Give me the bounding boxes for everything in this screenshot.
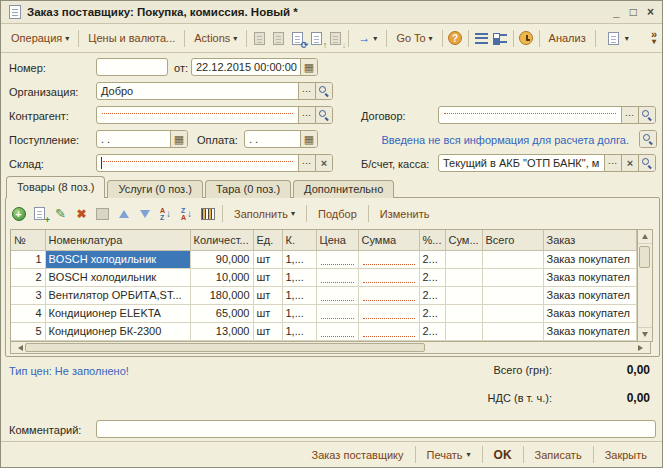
delete-row-icon[interactable]: ✖: [73, 205, 90, 222]
choose-button[interactable]: ...: [298, 83, 315, 99]
cell-sum[interactable]: [358, 268, 419, 286]
open-button[interactable]: [640, 131, 656, 147]
sort-descending-icon[interactable]: ZA ↓: [178, 205, 195, 222]
fill-button[interactable]: Заполнить ▾: [229, 205, 300, 223]
horizontal-scroll-thumb[interactable]: [25, 343, 425, 352]
cell-total[interactable]: [482, 268, 543, 286]
analysis-button[interactable]: Анализ: [544, 29, 591, 47]
cell-nomenclature[interactable]: Кондиционер БК-2300: [45, 322, 190, 340]
barcode-icon[interactable]: [199, 205, 216, 222]
bank-account-field[interactable]: Текущий в АКБ "ОТП БАНК", м ... ×: [438, 154, 656, 172]
cell-sum[interactable]: [358, 322, 419, 340]
cell-price[interactable]: [316, 250, 358, 268]
cell-quantity[interactable]: 65,000: [190, 304, 253, 322]
counterparty-field[interactable]: ...: [96, 106, 333, 124]
edit-row-icon[interactable]: ✎: [52, 205, 69, 222]
table-row[interactable]: 5Кондиционер БК-230013,000шт1,...2...Зак…: [11, 322, 636, 340]
column-header-order[interactable]: Заказ: [543, 230, 636, 250]
open-button[interactable]: [315, 107, 332, 123]
calendar-button[interactable]: ▦: [300, 131, 317, 147]
calendar-button[interactable]: ▦: [170, 131, 187, 147]
calendar-button[interactable]: ▦: [300, 59, 317, 75]
choose-button[interactable]: ...: [621, 107, 638, 123]
cell-coefficient[interactable]: 1,...: [282, 250, 316, 268]
order-to-supplier-button[interactable]: Заказ поставщику: [305, 446, 411, 464]
ok-button[interactable]: OK: [487, 445, 519, 465]
cell-quantity[interactable]: 13,000: [190, 322, 253, 340]
number-field[interactable]: [96, 58, 168, 76]
cell-sum-vat[interactable]: [445, 250, 482, 268]
cell-order[interactable]: Заказ покупател: [543, 304, 636, 322]
cell-sum[interactable]: [358, 250, 419, 268]
cell-sum-vat[interactable]: [445, 268, 482, 286]
cell-percent[interactable]: 2...: [419, 286, 445, 304]
close-window-button[interactable]: Закрыть: [598, 446, 654, 464]
cell-percent[interactable]: 2...: [419, 268, 445, 286]
cell-unit[interactable]: шт: [253, 250, 282, 268]
operation-button[interactable]: Операция ▾: [6, 29, 74, 47]
close-button[interactable]: ×: [647, 6, 654, 18]
cell-coefficient[interactable]: 1,...: [282, 304, 316, 322]
open-button[interactable]: [638, 155, 655, 171]
goto-button[interactable]: Go To ▾: [391, 29, 437, 47]
tab-goods[interactable]: Товары (8 поз.): [6, 176, 105, 198]
tab-containers[interactable]: Тара (0 поз.): [205, 180, 291, 198]
cell-coefficient[interactable]: 1,...: [282, 322, 316, 340]
date-field[interactable]: 22.12.2015 00:00:00 ▦: [191, 58, 318, 76]
cell-unit[interactable]: шт: [253, 322, 282, 340]
table-row[interactable]: 2BOSCH холодильник10,000шт1,...2...Заказ…: [11, 268, 636, 286]
choose-button[interactable]: ...: [298, 155, 315, 171]
cell-num[interactable]: 4: [11, 304, 45, 322]
cell-nomenclature[interactable]: BOSCH холодильник: [45, 250, 190, 268]
cell-price[interactable]: [316, 322, 358, 340]
warehouse-field[interactable]: ... ×: [96, 154, 333, 172]
choose-button[interactable]: ...: [298, 107, 315, 123]
vertical-scrollbar[interactable]: [637, 230, 652, 341]
cell-price[interactable]: [316, 268, 358, 286]
receipt-date-field[interactable]: . . ▦: [96, 130, 188, 148]
cell-price[interactable]: [316, 304, 358, 322]
vertical-scroll-thumb[interactable]: [639, 246, 650, 268]
cell-sum-vat[interactable]: [445, 286, 482, 304]
move-down-icon[interactable]: [136, 205, 153, 222]
help-icon[interactable]: ?: [447, 30, 464, 47]
column-header-quantity[interactable]: Количест...: [190, 230, 253, 250]
column-header-price[interactable]: Цена: [316, 230, 358, 250]
open-button[interactable]: [638, 107, 655, 123]
cell-order[interactable]: Заказ покупател: [543, 268, 636, 286]
document-list-icon[interactable]: [473, 30, 490, 47]
open-button[interactable]: [315, 83, 332, 99]
column-header-unit[interactable]: Ед.: [253, 230, 282, 250]
pick-button[interactable]: Подбор: [313, 205, 362, 223]
post-icon[interactable]: ↑: [308, 30, 325, 47]
tab-additional[interactable]: Дополнительно: [293, 180, 394, 198]
cell-total[interactable]: [482, 304, 543, 322]
history-clock-icon[interactable]: [518, 30, 535, 47]
cell-quantity[interactable]: 180,000: [190, 286, 253, 304]
move-up-icon[interactable]: [115, 205, 132, 222]
horizontal-scrollbar[interactable]: [10, 341, 651, 354]
toolbar-overflow-button[interactable]: » ▾: [651, 30, 657, 46]
clear-button[interactable]: ×: [621, 155, 638, 171]
table-row[interactable]: 4Кондиционер ELEKTA65,000шт1,...2...Зака…: [11, 304, 636, 322]
scroll-left-button[interactable]: [11, 342, 25, 353]
payment-date-field[interactable]: . . ▦: [244, 130, 318, 148]
table-row[interactable]: 3Вентилятор ОРБИТА,ST...180,000шт1,...2.…: [11, 286, 636, 304]
change-button[interactable]: Изменить: [375, 205, 435, 223]
cell-total[interactable]: [482, 250, 543, 268]
save-button[interactable]: Записать: [528, 446, 589, 464]
column-header-sum-vat[interactable]: Сум...: [445, 230, 482, 250]
table-row[interactable]: 1BOSCH холодильник90,000шт1,...2...Заказ…: [11, 250, 636, 268]
cell-coefficient[interactable]: 1,...: [282, 286, 316, 304]
tab-services[interactable]: Услуги (0 поз.): [107, 180, 202, 198]
cell-sum-vat[interactable]: [445, 322, 482, 340]
minimize-button[interactable]: _: [613, 6, 620, 18]
column-header-total[interactable]: Всего: [482, 230, 543, 250]
cell-price[interactable]: [316, 286, 358, 304]
choose-button[interactable]: ...: [604, 155, 621, 171]
cell-total[interactable]: [482, 286, 543, 304]
cell-sum[interactable]: [358, 304, 419, 322]
cell-unit[interactable]: шт: [253, 304, 282, 322]
debt-detail-button[interactable]: [639, 130, 657, 148]
cell-order[interactable]: Заказ покупател: [543, 322, 636, 340]
